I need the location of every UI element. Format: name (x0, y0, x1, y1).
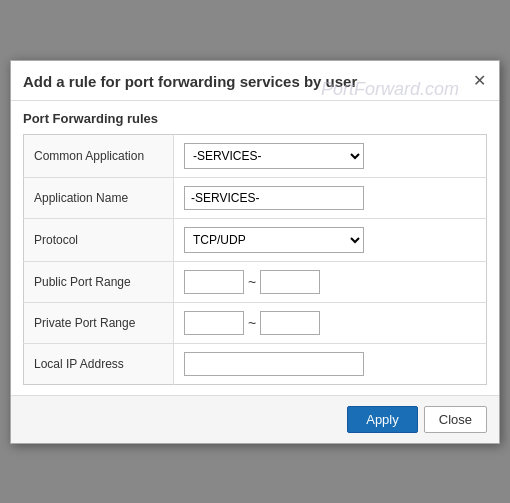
public-port-range-label: Public Port Range (24, 261, 174, 302)
close-button[interactable]: Close (424, 406, 487, 433)
local-ip-row: Local IP Address (24, 343, 487, 384)
private-port-to-input[interactable] (260, 311, 320, 335)
application-name-input[interactable] (184, 186, 364, 210)
private-port-tilde: ~ (248, 315, 256, 331)
common-application-label: Common Application (24, 134, 174, 177)
private-port-range-label: Private Port Range (24, 302, 174, 343)
dialog-title: Add a rule for port forwarding services … (23, 73, 357, 90)
dialog-footer: Apply Close (11, 395, 499, 443)
public-port-from-input[interactable] (184, 270, 244, 294)
protocol-row: Protocol TCP/UDP TCP UDP (24, 218, 487, 261)
common-application-row: Common Application -SERVICES- (24, 134, 487, 177)
dialog-body: Port Forwarding rules Common Application… (11, 101, 499, 395)
dialog-header: Add a rule for port forwarding services … (11, 61, 499, 101)
private-port-range-group: ~ (184, 311, 476, 335)
application-name-row: Application Name (24, 177, 487, 218)
local-ip-label: Local IP Address (24, 343, 174, 384)
application-name-label: Application Name (24, 177, 174, 218)
public-port-range-group: ~ (184, 270, 476, 294)
public-port-tilde: ~ (248, 274, 256, 290)
section-title: Port Forwarding rules (23, 111, 487, 126)
form-table: Common Application -SERVICES- Applicatio… (23, 134, 487, 385)
protocol-label: Protocol (24, 218, 174, 261)
local-ip-input[interactable] (184, 352, 364, 376)
public-port-range-row: Public Port Range ~ (24, 261, 487, 302)
private-port-from-input[interactable] (184, 311, 244, 335)
public-port-to-input[interactable] (260, 270, 320, 294)
header-close-button[interactable]: ✕ (468, 69, 491, 92)
common-application-select[interactable]: -SERVICES- (184, 143, 364, 169)
dialog: Add a rule for port forwarding services … (10, 60, 500, 444)
apply-button[interactable]: Apply (347, 406, 418, 433)
protocol-select[interactable]: TCP/UDP TCP UDP (184, 227, 364, 253)
private-port-range-row: Private Port Range ~ (24, 302, 487, 343)
